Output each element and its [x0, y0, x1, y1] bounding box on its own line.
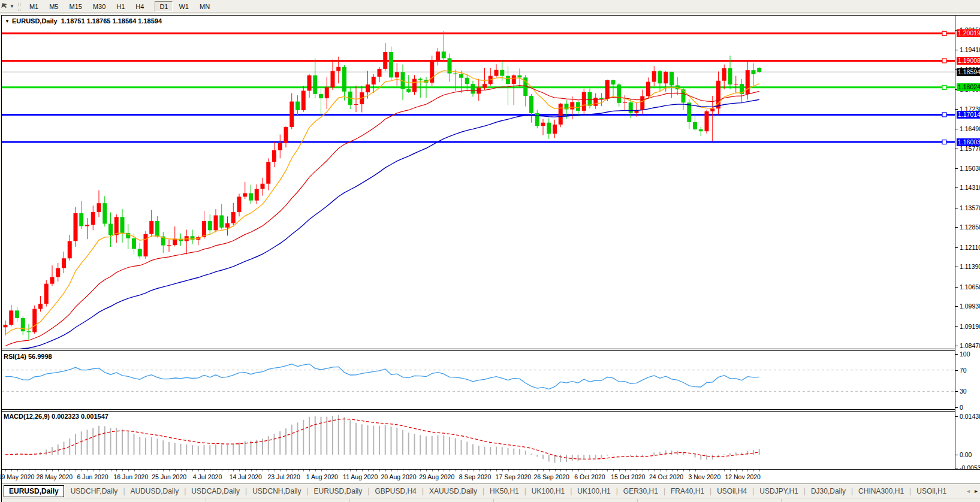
timeframe-button-m30[interactable]: M30 — [88, 1, 110, 12]
chart-cursor-icon[interactable] — [1, 3, 8, 10]
price-tick — [955, 208, 958, 208]
level-price-badge: 1.17014 — [957, 111, 980, 119]
date-bar-tick — [222, 470, 222, 471]
timeframe-button-m5[interactable]: M5 — [44, 1, 63, 12]
date-bar-tick — [613, 470, 614, 471]
chart-tab-usdcad[interactable]: USDCAD,Daily — [186, 486, 245, 497]
timeframe-button-mn[interactable]: MN — [195, 1, 215, 12]
date-bar-tick — [198, 470, 199, 471]
date-label: 1 Aug 2020 — [306, 473, 338, 480]
rsi-tick — [955, 354, 958, 355]
date-bar-tick — [683, 470, 684, 471]
date-bar-tick — [462, 470, 462, 471]
date-bar-tick — [29, 470, 29, 471]
date-bar-tick — [257, 470, 257, 471]
chart-tab-fra40[interactable]: FRA40,H1 — [665, 486, 710, 497]
date-bar-tick — [385, 470, 386, 471]
price-tick-label: 1.15030 — [960, 165, 980, 172]
status-strip — [2, 498, 980, 502]
chart-tab-usdchf[interactable]: USDCHF,Daily — [65, 486, 123, 497]
date-bar-tick — [350, 470, 351, 471]
date-bar-tick — [654, 470, 655, 471]
date-bar-tick — [508, 470, 509, 471]
chart-tab-audusd[interactable]: AUDUSD,Daily — [125, 486, 185, 497]
timeframe-button-m15[interactable]: M15 — [64, 1, 86, 12]
date-bar-tick — [730, 470, 731, 471]
date-bar-tick — [111, 470, 111, 471]
date-bar-tick — [146, 470, 146, 471]
date-bar-tick — [210, 470, 210, 471]
chart-tab-eurusd[interactable]: EURUSD,Daily — [309, 486, 368, 497]
date-bar-tick — [736, 470, 737, 471]
date-bar-tick — [560, 470, 561, 471]
date-bar-tick — [58, 470, 59, 471]
date-bar-tick — [426, 470, 427, 471]
date-bar-tick — [356, 470, 357, 471]
date-bar-tick — [204, 470, 205, 471]
chart-tab-ger30[interactable]: GER30,H1 — [618, 486, 664, 497]
chart-tab-dj30[interactable]: DJ30,Daily — [806, 486, 851, 497]
chart-tab-hk50[interactable]: HK50,H1 — [484, 486, 524, 497]
date-bar-tick — [152, 470, 152, 471]
price-tick — [955, 129, 958, 129]
macd-tick — [955, 455, 958, 455]
date-bar-tick — [631, 470, 631, 471]
date-bar-tick — [596, 470, 596, 471]
timeframe-button-d1[interactable]: D1 — [155, 1, 173, 12]
date-bar-tick — [263, 470, 263, 471]
chart-tab-usoil[interactable]: USOil,H4 — [711, 486, 752, 497]
chart-collapse-icon[interactable]: ▼ — [5, 19, 10, 24]
date-bar-tick — [724, 470, 725, 471]
chart-tab-china300[interactable]: CHINA300,H1 — [853, 486, 909, 497]
price-axis[interactable]: 1.201501.194101.186901.179501.172301.164… — [955, 16, 980, 469]
dropdown-caret-icon[interactable]: ▼ — [10, 4, 14, 9]
timeframe-button-h4[interactable]: H4 — [131, 1, 149, 12]
chart-tab-uk100[interactable]: UK100,H1 — [526, 486, 570, 497]
date-bar-tick — [496, 470, 497, 471]
date-bar-tick — [23, 470, 23, 471]
price-tick — [955, 50, 958, 50]
date-label: 11 Aug 2020 — [343, 473, 378, 480]
chart-tab-usdjpy[interactable]: USDJPY,H1 — [754, 486, 803, 497]
date-label: 3 Nov 2020 — [689, 473, 721, 480]
rsi-indicator-label: RSI(14) 56.9998 — [4, 353, 52, 360]
price-chart-canvas[interactable] — [2, 16, 955, 349]
date-bar-tick — [520, 470, 520, 471]
macd-panel-canvas[interactable] — [2, 412, 955, 469]
date-bar-tick — [88, 470, 88, 471]
chart-tab-usoil[interactable]: USOil,H1 — [911, 486, 952, 497]
chart-tab-eurusd[interactable]: EURUSD,Daily — [4, 485, 64, 497]
date-bar-tick — [555, 470, 556, 471]
rsi-tick-label: 70 — [960, 367, 967, 374]
date-label: 29 Aug 2020 — [419, 473, 454, 480]
date-bar-tick — [549, 470, 550, 471]
date-bar-tick — [93, 470, 94, 471]
date-label: 25 Jun 2020 — [152, 473, 186, 480]
timeframe-button-w1[interactable]: W1 — [174, 1, 194, 12]
tabs-scroll-right-icon[interactable]: ▸ — [972, 488, 980, 494]
tabs-scroll-left-icon[interactable]: ◂ — [964, 488, 972, 494]
price-tick-label: 1.12850 — [960, 223, 980, 231]
chart-tab-gbpusd[interactable]: GBPUSD,H4 — [369, 486, 421, 497]
date-bar-tick — [280, 470, 281, 471]
price-tick — [955, 247, 958, 248]
chart-tab-uk100[interactable]: UK100,H1 — [572, 486, 616, 497]
timeframe-button-m1[interactable]: M1 — [25, 1, 43, 12]
price-tick — [955, 109, 958, 110]
date-axis[interactable]: 19 May 202028 May 20206 Jun 202016 Jun 2… — [2, 469, 980, 483]
chart-tab-usdcnh[interactable]: USDCNH,Daily — [247, 486, 306, 497]
macd-tick-label: 0.00 — [960, 451, 972, 458]
chart-tab-xauusd[interactable]: XAUUSD,Daily — [424, 486, 483, 497]
timeframe-button-h1[interactable]: H1 — [111, 1, 129, 12]
macd-tick — [955, 468, 958, 468]
price-tick — [955, 287, 958, 288]
date-bar-tick — [192, 470, 193, 471]
date-bar-tick — [719, 470, 719, 471]
date-label: 12 Nov 2020 — [725, 473, 761, 480]
rsi-panel-canvas[interactable] — [2, 352, 955, 409]
price-tick-label: 1.11390 — [960, 263, 980, 270]
panel-separator[interactable] — [2, 349, 980, 351]
date-bar-tick — [368, 470, 369, 471]
toolbar-grip-handle[interactable] — [19, 2, 20, 11]
date-bar-tick — [105, 470, 105, 471]
